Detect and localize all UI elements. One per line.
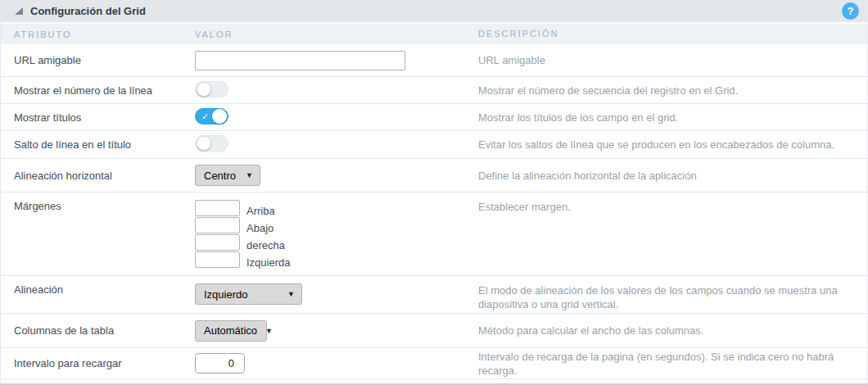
row-url-amigable: URL amigable URL amigable — [1, 44, 867, 77]
row-margenes: Márgenes Arriba Abajo derecha Izquierda … — [1, 192, 867, 276]
row-description: Mostrar los títulos de los campo en el g… — [478, 111, 867, 125]
row-label: URL amigable — [1, 54, 195, 66]
row-description: Evitar los saltos de línea que se produc… — [478, 138, 867, 152]
row-label: Alineación horizontal — [1, 170, 195, 182]
column-header-description: DESCRIPCIÓN — [478, 27, 867, 41]
row-columnas-tabla: Columnas de la tabla Automático ▼ Método… — [1, 314, 867, 348]
panel-title: Configuración del Grid — [30, 5, 146, 17]
row-alineacion-horizontal: Alineación horizontal Centro ▼ Define la… — [1, 159, 867, 192]
chevron-down-icon: ▼ — [246, 171, 253, 179]
row-description: Mostrar el número de secuencia del regis… — [478, 84, 867, 97]
column-header-value: VALOR — [195, 29, 478, 39]
row-description: Intervalo de recarga de la pagina (en se… — [478, 350, 867, 378]
table-columns-select[interactable]: Automático ▼ — [195, 320, 267, 342]
toggle-knob — [197, 136, 211, 151]
row-label: Columnas de la tabla — [1, 324, 195, 337]
row-label: Salto de línea en el título — [1, 138, 195, 151]
row-description: El modo de alineación de los valores de … — [478, 283, 867, 311]
title-line-break-toggle[interactable] — [195, 135, 228, 152]
grid-configuration-panel: Configuración del Grid ? ATRIBUTO VALOR … — [0, 0, 868, 385]
column-header-attribute: ATRIBUTO — [1, 29, 195, 39]
selected-value: Izquierdo — [204, 288, 247, 301]
row-mostrar-numero-linea: Mostrar el número de la línea Mostrar el… — [1, 77, 867, 104]
row-description: Define la alineación horizontal de la ap… — [478, 169, 867, 183]
row-intervalo-recargar: Intervalo para recargar Intervalo de rec… — [1, 348, 867, 379]
margin-right-label: derecha — [246, 239, 285, 251]
row-label: Márgenes — [1, 200, 195, 212]
margin-left-label: Izquierda — [246, 256, 290, 269]
alignment-select[interactable]: Izquierdo ▼ — [195, 283, 302, 305]
line-number-toggle[interactable] — [195, 81, 228, 97]
margin-bottom-label: Abajo — [246, 222, 274, 234]
row-alineacion: Alineación Izquierdo ▼ El modo de alinea… — [1, 276, 867, 314]
toggle-knob — [197, 82, 211, 97]
check-icon: ✓ — [201, 111, 209, 122]
margin-bottom-input[interactable] — [195, 217, 240, 233]
row-mostrar-titulos: Mostrar títulos ✓ Mostrar los títulos de… — [1, 104, 867, 131]
row-label: Alineación — [1, 283, 195, 296]
horizontal-alignment-select[interactable]: Centro ▼ — [195, 165, 260, 186]
toggle-knob — [212, 109, 227, 124]
row-label: Mostrar títulos — [1, 111, 195, 124]
row-description: URL amigable — [478, 53, 867, 67]
table-column-header: ATRIBUTO VALOR DESCRIPCIÓN — [1, 24, 867, 44]
collapse-triangle-icon[interactable] — [15, 7, 23, 15]
selected-value: Centro — [204, 170, 236, 182]
chevron-down-icon: ▼ — [287, 290, 295, 298]
show-titles-toggle[interactable]: ✓ — [195, 108, 228, 125]
row-salto-de-linea: Salto de línea en el título Evitar los s… — [1, 131, 867, 159]
reload-interval-input[interactable] — [195, 353, 245, 374]
margin-top-label: Arriba — [246, 205, 275, 217]
row-label: Intervalo para recargar — [1, 357, 195, 369]
row-description: Método para calcular el ancho de las col… — [478, 324, 867, 337]
url-amigable-input[interactable] — [195, 51, 405, 70]
margin-left-input[interactable] — [195, 251, 240, 268]
row-label: Mostrar el número de la línea — [1, 84, 195, 97]
margin-top-input[interactable] — [195, 200, 240, 216]
chevron-down-icon: ▼ — [265, 327, 273, 335]
panel-titlebar[interactable]: Configuración del Grid — [1, 0, 867, 24]
selected-value: Automático — [204, 324, 257, 337]
row-description: Establecer margen. — [478, 200, 867, 214]
help-button[interactable]: ? — [842, 2, 859, 20]
margin-right-input[interactable] — [195, 234, 240, 251]
